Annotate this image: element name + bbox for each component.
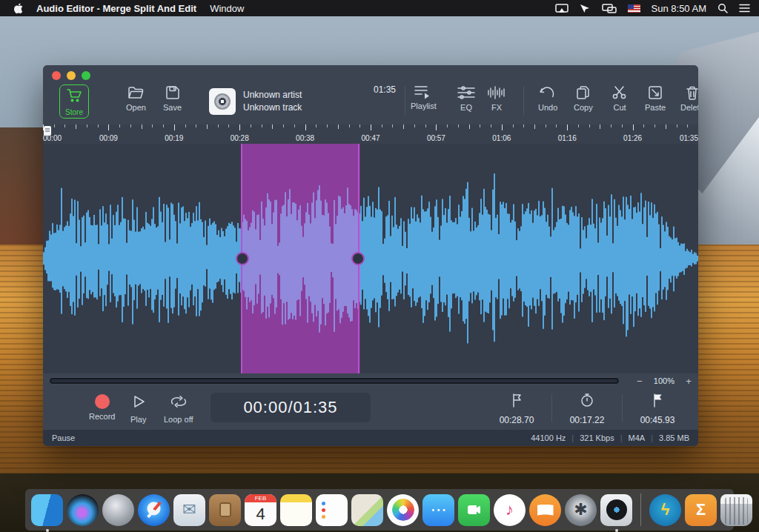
ruler-tick-minor: [76, 124, 76, 129]
dock-photos-icon[interactable]: [387, 494, 419, 526]
status-info-item: 44100 Hz: [531, 433, 566, 442]
ruler-tick-minor: [546, 124, 546, 127]
marker-flag-outline[interactable]: 00:28.70: [486, 391, 547, 425]
selection-end-handle[interactable]: [351, 252, 365, 265]
dock-sigma-folder-icon[interactable]: Σ: [685, 494, 717, 526]
dock-ibooks-icon[interactable]: [529, 494, 561, 526]
notification-center-icon[interactable]: [739, 4, 750, 13]
status-info-item: M4A: [629, 433, 646, 442]
ruler-tick-minor: [513, 124, 514, 127]
ruler-tick-minor: [130, 124, 131, 127]
horizontal-scrollbar[interactable]: [49, 377, 620, 385]
ruler-tick-minor: [251, 124, 251, 127]
delete-button[interactable]: Delete: [680, 84, 698, 112]
dock-maps-icon[interactable]: [351, 494, 383, 526]
time-display: 00:00/01:35: [211, 393, 371, 422]
ruler-label: 01:35: [680, 134, 698, 142]
transport-bar: Record Play Loop off 00:00/01:35 00:28.7…: [43, 388, 698, 430]
dock-itunes-icon[interactable]: ♪: [494, 494, 526, 526]
input-language-flag-icon[interactable]: [628, 4, 640, 13]
menu-clock[interactable]: Sun 8:50 AM: [652, 3, 706, 14]
waveform-area[interactable]: [43, 144, 698, 373]
marker-time: 00:28.70: [500, 415, 534, 425]
ruler-tick-minor: [666, 124, 666, 129]
copy-button[interactable]: Copy: [574, 84, 593, 112]
ruler-tick-major: [305, 124, 306, 130]
save-button[interactable]: Save: [163, 84, 182, 112]
zoom-window-button[interactable]: [82, 71, 90, 80]
dock-facetime-icon[interactable]: [458, 494, 490, 526]
dock-safari-icon[interactable]: [138, 494, 170, 526]
minimize-window-button[interactable]: [67, 71, 76, 80]
loop-button[interactable]: Loop off: [164, 394, 193, 424]
play-icon: [131, 394, 146, 412]
ruler-tick-minor: [119, 124, 120, 127]
dock-audio-editor-icon[interactable]: [600, 494, 632, 526]
menu-window[interactable]: Window: [210, 3, 244, 14]
ruler-tick-minor: [654, 124, 655, 127]
paste-button[interactable]: Paste: [645, 84, 666, 112]
marker-stopwatch[interactable]: 00:17.22: [557, 391, 617, 425]
dock: ✉FEB4⋯♪✱ϟΣ: [25, 489, 734, 531]
dock-finder-icon[interactable]: [31, 494, 63, 526]
spotlight-search-icon[interactable]: [717, 3, 728, 13]
scroll-zoom-row: − 100% +: [43, 373, 698, 388]
open-button[interactable]: Open: [126, 84, 146, 112]
displays-icon[interactable]: [602, 4, 617, 13]
status-bar: Pause 44100 Hz|321 Kbps|M4A|3.85 MB: [43, 430, 698, 446]
pointer-icon[interactable]: [580, 4, 591, 13]
ruler-tick-minor: [338, 124, 339, 129]
dock-mail-icon[interactable]: ✉: [173, 494, 205, 526]
dock-reminders-icon[interactable]: [316, 494, 348, 526]
fx-waveform-icon: [486, 84, 507, 101]
ruler-tick-minor: [382, 124, 382, 127]
playlist-button[interactable]: Playlist: [411, 84, 437, 110]
status-divider: |: [620, 433, 623, 442]
ruler-tick-major: [108, 124, 109, 130]
undo-button[interactable]: Undo: [538, 84, 557, 112]
eq-button[interactable]: EQ: [457, 84, 476, 112]
ruler-tick-major: [174, 124, 175, 130]
dock-system-preferences-icon[interactable]: ✱: [565, 494, 597, 526]
track-info-panel[interactable]: Unknown artist Unknown track 01:35: [209, 83, 396, 120]
status-info-item: 321 Kbps: [580, 433, 614, 442]
timeline-ruler[interactable]: 00:0000:0900:1900:2800:3800:4700:5701:06…: [43, 124, 698, 144]
fx-button[interactable]: FX: [486, 84, 507, 112]
store-label: Store: [65, 108, 83, 116]
apple-menu-icon[interactable]: [13, 3, 23, 14]
store-button[interactable]: Store: [59, 84, 89, 119]
dock-calendar-icon[interactable]: FEB4: [245, 494, 276, 526]
record-button[interactable]: Record: [89, 394, 115, 421]
ruler-tick-minor: [152, 124, 153, 127]
ruler-tick-minor: [643, 124, 644, 127]
dock-siri-icon[interactable]: [67, 494, 99, 526]
dock-lightning-app-icon[interactable]: ϟ: [649, 494, 681, 526]
active-app-name[interactable]: Audio Editor - Merge Split And Edit: [36, 3, 196, 14]
ruler-label: 00:00: [43, 134, 62, 142]
play-button[interactable]: Play: [130, 394, 146, 424]
marker-divider: [551, 394, 552, 422]
waveform-canvas[interactable]: [43, 144, 698, 373]
ruler-tick-minor: [185, 124, 186, 127]
stopwatch-icon: [580, 393, 594, 410]
close-window-button[interactable]: [52, 71, 61, 80]
dock-launchpad-icon[interactable]: [102, 494, 134, 526]
dock-messages-icon[interactable]: ⋯: [422, 494, 454, 526]
scrollbar-thumb[interactable]: [51, 379, 617, 382]
dock-trash-icon[interactable]: [720, 494, 752, 526]
status-info-item: 3.85 MB: [659, 433, 689, 442]
selection-start-handle[interactable]: [236, 252, 249, 265]
folder-open-icon: [127, 84, 145, 101]
ruler-tick-minor: [272, 124, 273, 129]
airplay-display-icon[interactable]: [555, 4, 569, 13]
zoom-in-button[interactable]: +: [683, 376, 694, 387]
cut-button[interactable]: Cut: [611, 84, 629, 112]
ruler-label: 00:28: [231, 134, 249, 142]
dock-contacts-icon[interactable]: [209, 494, 241, 526]
selection-region[interactable]: [241, 144, 359, 373]
zoom-out-button[interactable]: −: [634, 376, 645, 387]
marker-flag-filled[interactable]: 00:45.93: [627, 391, 688, 425]
dock-notes-icon[interactable]: [280, 494, 312, 526]
ruler-tick-minor: [392, 124, 393, 127]
running-indicator-dot: [46, 529, 49, 532]
